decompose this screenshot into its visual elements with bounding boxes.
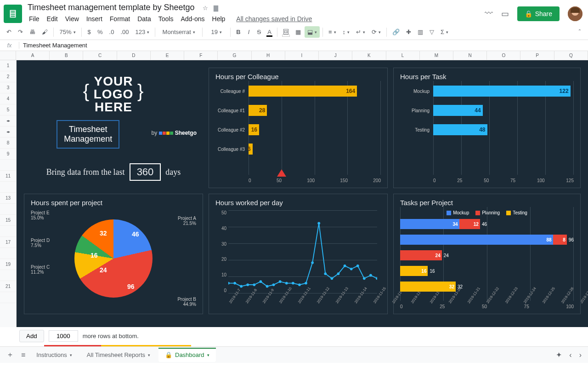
menu-addons[interactable]: Add-ons	[177, 13, 208, 24]
textcolor-icon[interactable]: A	[265, 26, 274, 38]
tab-instructions[interactable]: Instructions▾	[30, 348, 78, 362]
doc-title[interactable]: Timesheet management template by Sheetgo	[26, 2, 197, 13]
font-dropdown[interactable]: Montserrat	[158, 26, 199, 38]
sheetgo-logo: Sheetgo	[159, 130, 197, 136]
menubar: File Edit View Insert Format Data Tools …	[26, 13, 485, 24]
add-rows-button[interactable]: Add	[19, 330, 44, 342]
panel-hours-per-colleague: Hours per Colleague Colleague #164Collea…	[209, 68, 388, 188]
folder-icon[interactable]: ▇	[214, 5, 218, 12]
titlebar: Timesheet management template by Sheetgo…	[0, 0, 588, 24]
chevron-left-icon[interactable]: ‹	[566, 348, 574, 362]
toolbar: ↶ ↷ 🖶 🖌 75% $ % .0 .00 123 Montserrat 19…	[0, 24, 588, 40]
panel-hours-per-day: Hours worked per day 50403020100 2019-11…	[209, 194, 388, 314]
filter-icon[interactable]: ▽	[427, 26, 437, 38]
menu-insert[interactable]: Insert	[83, 13, 106, 24]
undo-icon[interactable]: ↶	[4, 26, 14, 38]
collapse-icon[interactable]: ◂▸	[0, 115, 16, 126]
svg-point-10	[292, 282, 294, 285]
add-sheet-icon[interactable]: ＋	[4, 347, 17, 362]
explore-icon[interactable]: ✦	[553, 348, 565, 362]
svg-point-3	[246, 283, 249, 286]
sheets-icon[interactable]	[4, 5, 22, 23]
comment-icon[interactable]: ✚	[403, 26, 414, 38]
svg-point-5	[260, 280, 262, 283]
column-headers: A B C D E F G H I J K L M N O P Q	[0, 51, 588, 60]
svg-point-6	[266, 285, 269, 288]
svg-point-15	[324, 272, 327, 275]
svg-point-2	[240, 285, 243, 288]
fx-icon: fx	[0, 42, 19, 49]
menu-view[interactable]: View	[62, 13, 82, 24]
add-rows-input[interactable]	[49, 330, 78, 342]
panel-hours-per-task: Hours per Task Mockup122Planning44Testin…	[393, 68, 581, 188]
functions-icon[interactable]: Σ	[438, 26, 451, 38]
star-icon[interactable]: ☆	[203, 5, 208, 12]
share-button[interactable]: 🔒 Share	[517, 6, 560, 21]
svg-point-16	[331, 277, 334, 280]
wrap-icon[interactable]: ↵	[353, 26, 368, 38]
tab-reports[interactable]: All Timesheet Reports▾	[80, 348, 157, 362]
borders-icon[interactable]: ▦	[293, 26, 304, 38]
svg-point-18	[344, 264, 346, 267]
redo-icon[interactable]: ↷	[15, 26, 26, 38]
col-header[interactable]: A	[16, 51, 50, 60]
menu-edit[interactable]: Edit	[44, 13, 61, 24]
title-box: Timesheet Management	[57, 120, 119, 149]
svg-point-17	[337, 272, 340, 275]
paint-format-icon[interactable]: 🖌	[39, 26, 51, 38]
pie-chart	[74, 219, 153, 298]
activity-icon[interactable]: 〰	[485, 9, 493, 18]
chevron-up-icon[interactable]: ˆ	[575, 26, 584, 38]
decrease-decimal-icon[interactable]: .0	[107, 26, 117, 38]
bring-text: Bring data from the last	[46, 167, 125, 177]
tab-dashboard[interactable]: 🔒 Dashboard▾	[158, 348, 216, 362]
panel-tasks-per-project: Tasks per Project MockupPlanningTesting …	[393, 194, 581, 314]
merge-icon[interactable]: ⬓	[305, 26, 320, 38]
svg-point-22	[369, 274, 372, 277]
menu-data[interactable]: Data	[134, 13, 154, 24]
svg-point-9	[285, 282, 288, 285]
zoom-dropdown[interactable]: 75%	[57, 26, 79, 38]
avatar[interactable]	[568, 6, 582, 21]
svg-point-8	[279, 280, 282, 283]
menu-file[interactable]: File	[26, 13, 43, 24]
chevron-right-icon[interactable]: ›	[577, 348, 584, 362]
svg-point-11	[298, 283, 301, 286]
panel-hours-per-project: Hours spent per project Project E15.0% P…	[24, 194, 203, 314]
collapse-icon[interactable]: ◂▸	[0, 126, 16, 138]
all-sheets-icon[interactable]: ≡	[18, 348, 28, 362]
byline: by Sheetgo	[152, 130, 197, 137]
halign-icon[interactable]: ≡	[326, 26, 339, 38]
svg-point-21	[363, 277, 366, 280]
menu-tools[interactable]: Tools	[155, 13, 177, 24]
percent-icon[interactable]: %	[95, 26, 106, 38]
line-chart	[228, 210, 377, 293]
add-rows-suffix: more rows at bottom.	[83, 333, 139, 339]
rotate-icon[interactable]: ⟳	[369, 26, 384, 38]
strike-icon[interactable]: S	[254, 26, 264, 38]
menu-help[interactable]: Help	[209, 13, 229, 24]
number-format-dropdown[interactable]: 123	[132, 26, 152, 38]
increase-decimal-icon[interactable]: .00	[118, 26, 131, 38]
menu-format[interactable]: Format	[107, 13, 133, 24]
lock-icon: 🔒	[525, 10, 532, 17]
valign-icon[interactable]: ↕	[340, 26, 353, 38]
days-value[interactable]: 360	[130, 163, 161, 181]
svg-point-19	[350, 268, 353, 270]
dashboard-area: { YOUR LOGO HERE } Timesheet Management …	[17, 60, 588, 327]
svg-point-4	[253, 283, 255, 286]
comments-icon[interactable]: ▭	[501, 9, 509, 19]
svg-point-13	[311, 261, 314, 264]
currency-icon[interactable]: $	[85, 26, 94, 38]
svg-point-14	[317, 222, 320, 224]
chart-icon[interactable]: ▥	[415, 26, 426, 38]
marker-triangle	[277, 169, 286, 177]
print-icon[interactable]: 🖶	[27, 26, 38, 38]
italic-icon[interactable]: I	[244, 26, 254, 38]
fontsize-dropdown[interactable]: 19	[205, 26, 227, 38]
lock-icon: 🔒	[165, 351, 172, 358]
bold-icon[interactable]: B	[233, 26, 243, 38]
fillcolor-icon[interactable]: 🞖	[280, 26, 292, 38]
link-icon[interactable]: 🔗	[390, 26, 402, 38]
formula-value[interactable]: Timesheet Management	[19, 42, 91, 49]
